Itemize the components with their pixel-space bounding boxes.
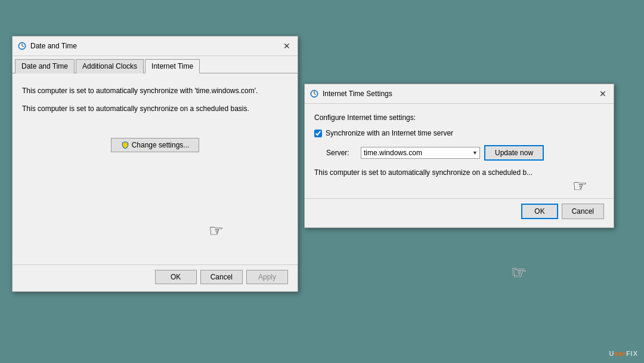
shield-uac-icon <box>121 141 129 149</box>
dialog2-footer: OK Cancel <box>305 198 614 227</box>
dialog2-title-text: Internet Time Settings <box>323 90 392 98</box>
scheduled-text: This computer is set to automatically sy… <box>314 168 604 177</box>
server-row: Server: time.windows.com time.nist.gov p… <box>314 146 604 160</box>
sync-scheduled-text: This computer is set to automatically sy… <box>22 103 288 114</box>
dialog2-content: Configure Internet time settings: Synchr… <box>305 104 614 198</box>
dialog1-tabs: Date and Time Additional Clocks Internet… <box>13 56 298 73</box>
watermark-prefix: U <box>609 350 614 357</box>
dialog2-cancel-button[interactable]: Cancel <box>562 204 604 219</box>
dialog2-titlebar: Internet Time Settings ✕ <box>305 84 614 104</box>
server-label: Server: <box>326 149 356 157</box>
dialog1-content: This computer is set to automatically sy… <box>13 73 298 264</box>
change-settings-button[interactable]: Change settings... <box>111 138 200 152</box>
dialog1-title-left: Date and Time <box>17 41 77 51</box>
dialog2-title-left: Internet Time Settings <box>309 89 392 99</box>
watermark-suffix: FIX <box>626 350 638 357</box>
date-time-dialog: Date and Time ✕ Date and Time Additional… <box>12 36 298 292</box>
sync-with-server-text: This computer is set to automatically sy… <box>22 85 288 96</box>
sync-checkbox[interactable] <box>314 130 322 137</box>
dialog1-close-button[interactable]: ✕ <box>281 40 293 52</box>
dialog1-titlebar: Date and Time ✕ <box>13 36 298 56</box>
dialog1-footer: OK Cancel Apply <box>13 264 298 291</box>
configure-label: Configure Internet time settings: <box>314 113 604 122</box>
cursor-3: ☞ <box>512 263 527 282</box>
clock-icon-2 <box>309 89 319 99</box>
clock-icon <box>17 41 27 51</box>
dialog1-apply-button[interactable]: Apply <box>246 270 288 284</box>
sync-checkbox-label: Synchronize with an Internet time server <box>326 129 453 137</box>
tab-additional-clocks[interactable]: Additional Clocks <box>76 59 144 73</box>
watermark: UserFIX <box>609 350 638 357</box>
dialog2-ok-button[interactable]: OK <box>521 204 558 219</box>
dialog1-title-text: Date and Time <box>30 42 77 50</box>
server-select-wrapper: time.windows.com time.nist.gov pool.ntp.… <box>361 147 480 159</box>
update-now-button[interactable]: Update now <box>485 146 543 160</box>
dialog1-cancel-button[interactable]: Cancel <box>200 270 243 284</box>
hand-cursor-3: ☞ <box>512 263 527 282</box>
tab-internet-time[interactable]: Internet Time <box>145 59 200 73</box>
watermark-highlight: ser <box>614 350 626 357</box>
change-settings-container: Change settings... <box>22 138 288 152</box>
dialog1-ok-button[interactable]: OK <box>155 270 197 284</box>
sync-checkbox-row: Synchronize with an Internet time server <box>314 129 604 137</box>
server-select[interactable]: time.windows.com time.nist.gov pool.ntp.… <box>361 147 480 159</box>
dialog2-close-button[interactable]: ✕ <box>597 88 609 100</box>
tab-date-time[interactable]: Date and Time <box>15 59 75 73</box>
internet-time-settings-dialog: Internet Time Settings ✕ Configure Inter… <box>304 84 614 228</box>
